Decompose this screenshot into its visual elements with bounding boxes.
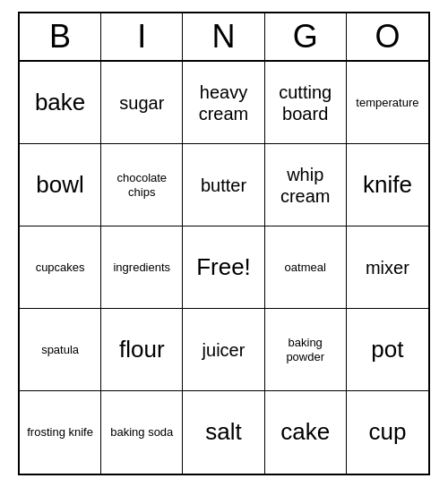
cell-text: Free! bbox=[196, 253, 251, 281]
cell-text: frosting knife bbox=[27, 425, 93, 440]
bingo-cell: cup bbox=[347, 391, 428, 474]
bingo-cell: butter bbox=[183, 144, 264, 226]
bingo-cell: temperature bbox=[347, 62, 428, 144]
cell-text: baking powder bbox=[269, 336, 342, 363]
cell-text: salt bbox=[205, 418, 241, 446]
bingo-cell: cake bbox=[265, 391, 347, 474]
cell-text: cupcakes bbox=[36, 261, 85, 275]
bingo-cell: sugar bbox=[101, 62, 183, 144]
cell-text: cake bbox=[280, 418, 330, 446]
header-letter: N bbox=[183, 13, 264, 60]
bingo-cell: baking powder bbox=[265, 309, 347, 391]
cell-text: cup bbox=[368, 418, 406, 446]
bingo-cell: heavy cream bbox=[183, 62, 264, 144]
cell-text: heavy cream bbox=[186, 81, 260, 124]
cell-text: sugar bbox=[119, 92, 164, 114]
cell-text: butter bbox=[201, 175, 246, 196]
bingo-cell: Free! bbox=[183, 226, 264, 309]
header-letter: B bbox=[20, 13, 101, 60]
cell-text: baking soda bbox=[110, 425, 173, 440]
bingo-cell: pot bbox=[347, 309, 428, 391]
cell-text: spatula bbox=[41, 343, 79, 357]
cell-text: flour bbox=[119, 336, 165, 363]
bingo-cell: salt bbox=[183, 391, 264, 474]
bingo-grid: bakesugarheavy creamcutting boardtempera… bbox=[20, 62, 428, 474]
bingo-cell: baking soda bbox=[101, 391, 183, 474]
bingo-cell: juicer bbox=[183, 309, 264, 391]
bingo-cell: bowl bbox=[20, 144, 101, 226]
bingo-cell: spatula bbox=[20, 309, 101, 391]
cell-text: bake bbox=[35, 89, 85, 116]
bingo-cell: mixer bbox=[347, 226, 428, 309]
cell-text: ingredients bbox=[113, 261, 170, 275]
header-letter: G bbox=[265, 13, 347, 60]
cell-text: oatmeal bbox=[285, 261, 326, 275]
header-letter: O bbox=[347, 13, 428, 60]
cell-text: chocolate chips bbox=[105, 171, 178, 199]
cell-text: bowl bbox=[36, 171, 83, 199]
bingo-cell: knife bbox=[347, 144, 428, 226]
bingo-cell: ingredients bbox=[101, 226, 183, 309]
bingo-card: BINGO bakesugarheavy creamcutting boardt… bbox=[18, 12, 430, 475]
bingo-header: BINGO bbox=[20, 13, 428, 62]
bingo-cell: chocolate chips bbox=[101, 144, 183, 226]
bingo-cell: oatmeal bbox=[265, 226, 347, 309]
bingo-cell: cupcakes bbox=[20, 226, 101, 309]
header-letter: I bbox=[101, 13, 183, 60]
cell-text: temperature bbox=[356, 96, 418, 110]
cell-text: cutting board bbox=[269, 81, 342, 124]
bingo-cell: flour bbox=[101, 309, 183, 391]
cell-text: whip cream bbox=[269, 164, 342, 207]
cell-text: juicer bbox=[202, 339, 246, 361]
bingo-cell: whip cream bbox=[265, 144, 347, 226]
bingo-cell: frosting knife bbox=[20, 391, 101, 474]
cell-text: pot bbox=[371, 336, 403, 363]
bingo-cell: cutting board bbox=[265, 62, 347, 144]
cell-text: knife bbox=[363, 171, 412, 199]
cell-text: mixer bbox=[366, 257, 409, 278]
bingo-cell: bake bbox=[20, 62, 101, 144]
